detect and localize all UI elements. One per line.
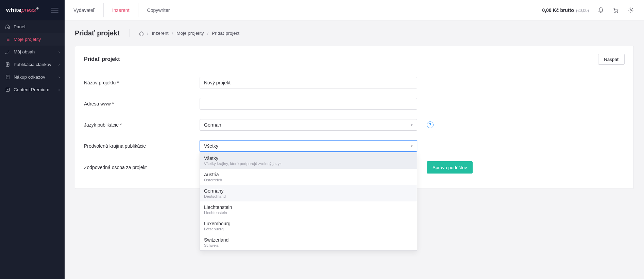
country-dropdown: Všetky Všetky krajiny, ktoré podporujú z… <box>200 152 417 251</box>
option-title: Austria <box>204 172 413 177</box>
label-owner: Zodpovedná osoba za projekt <box>84 165 200 170</box>
row-language: Jazyk publikácie * German ▾ ? <box>84 114 625 135</box>
info-icon[interactable]: ? <box>427 121 434 128</box>
main-area: Vydavateľ Inzerent Copywriter 0,00 Kč br… <box>65 0 644 279</box>
svg-point-15 <box>617 12 617 12</box>
option-title: Luxembourg <box>204 221 413 226</box>
breadcrumb-inzerent[interactable]: Inzerent <box>152 31 169 36</box>
sidebar-item-panel[interactable]: Panel <box>0 20 65 33</box>
tab-copywriter[interactable]: Copywriter <box>138 0 179 20</box>
field-country: Všetky ▾ Všetky Všetky krajiny, ktoré po… <box>200 140 417 152</box>
breadcrumb-home-icon[interactable] <box>139 31 144 36</box>
tab-vydavatel[interactable]: Vydavateľ <box>65 0 103 20</box>
breadcrumb-sep: / <box>207 31 208 36</box>
sidebar-item-publikacia-clankov[interactable]: Publikácia článkov › <box>0 58 65 71</box>
sidebar-item-label: Nákup odkazov <box>14 75 45 80</box>
sidebar-nav: Panel Moje projekty Môj obsah › Publikác… <box>0 20 65 96</box>
label-project-name: Názov projektu * <box>84 80 200 85</box>
input-project-name[interactable] <box>200 77 417 88</box>
option-title: Switzerland <box>204 237 413 243</box>
card-header: Pridať projekt Naspäť <box>75 46 633 72</box>
sidebar-item-label: Moje projekty <box>14 37 41 42</box>
page-title: Pridať projekt <box>75 29 130 37</box>
select-language[interactable]: German ▾ <box>200 119 417 131</box>
breadcrumb-moje-projekty[interactable]: Moje projekty <box>176 31 204 36</box>
chevron-down-icon: ▾ <box>411 123 413 127</box>
page-header: Pridať projekt / Inzerent / Moje projekt… <box>65 20 644 46</box>
chevron-right-icon: › <box>58 87 60 92</box>
bell-icon[interactable] <box>598 7 604 13</box>
gear-icon[interactable] <box>628 7 634 13</box>
chevron-down-icon: ▾ <box>411 144 413 148</box>
tab-inzerent[interactable]: Inzerent <box>103 0 138 20</box>
field-www <box>200 98 417 110</box>
back-button[interactable]: Naspäť <box>598 54 625 65</box>
owner-extra: Správa podúčtov <box>427 161 473 174</box>
chevron-right-icon: › <box>58 49 60 54</box>
row-project-name: Názov projektu * <box>84 72 625 93</box>
breadcrumb-sep: / <box>147 31 149 36</box>
option-title: Všetky <box>204 155 413 161</box>
label-language: Jazyk publikácie * <box>84 122 200 128</box>
sidebar: whitepress® Panel Moje projekty Môj obsa… <box>0 0 65 279</box>
brand-part2: press <box>21 7 36 13</box>
dropdown-option-switzerland[interactable]: Switzerland Schweiz <box>200 234 417 250</box>
edit-icon <box>5 49 10 55</box>
option-sub: Schweiz <box>204 243 413 247</box>
balance-sub: (€0,00) <box>576 8 589 13</box>
external-icon <box>5 87 10 93</box>
option-title: Germany <box>204 188 413 194</box>
brand-logo[interactable]: whitepress® <box>6 7 39 14</box>
breadcrumb-sep: / <box>172 31 173 36</box>
dropdown-option-luxembourg[interactable]: Luxembourg Lëtzebuerg <box>200 218 417 234</box>
sidebar-item-label: Content Premium <box>14 87 49 92</box>
row-country: Predvolená krajina publikácie Všetky ▾ V… <box>84 135 625 157</box>
sidebar-item-label: Publikácia článkov <box>14 62 51 67</box>
sidebar-header: whitepress® <box>0 0 65 20</box>
tab-label: Vydavateľ <box>73 7 95 13</box>
top-right: 0,00 Kč brutto (€0,00) <box>542 0 634 20</box>
sidebar-item-content-premium[interactable]: Content Premium › <box>0 83 65 96</box>
cart-icon[interactable] <box>613 7 619 13</box>
balance-display[interactable]: 0,00 Kč brutto (€0,00) <box>542 7 589 13</box>
sidebar-item-moj-obsah[interactable]: Môj obsah › <box>0 46 65 58</box>
menu-toggle-icon[interactable] <box>51 8 58 13</box>
dropdown-option-austria[interactable]: Austria Österreich <box>200 169 417 185</box>
list-icon <box>5 37 10 42</box>
option-sub: Deutschland <box>204 194 413 198</box>
form-card: Pridať projekt Naspäť Názov projektu * A… <box>75 46 634 189</box>
home-icon <box>5 24 10 30</box>
manage-subaccounts-button[interactable]: Správa podúčtov <box>427 161 473 174</box>
field-language: German ▾ <box>200 119 417 131</box>
top-nav: Vydavateľ Inzerent Copywriter 0,00 Kč br… <box>65 0 644 20</box>
sidebar-item-label: Môj obsah <box>14 49 35 54</box>
svg-point-14 <box>615 12 615 12</box>
input-www[interactable] <box>200 98 417 110</box>
sidebar-item-label: Panel <box>14 24 26 29</box>
option-title: Liechtenstein <box>204 204 413 210</box>
row-www: Adresa www * <box>84 93 625 114</box>
chevron-right-icon: › <box>58 75 60 80</box>
language-help: ? <box>427 121 434 128</box>
svg-point-16 <box>630 9 632 11</box>
card-body: Názov projektu * Adresa www * Jazyk publ… <box>75 72 633 188</box>
option-sub: Österreich <box>204 178 413 182</box>
document-icon <box>5 75 10 80</box>
sidebar-item-nakup-odkazov[interactable]: Nákup odkazov › <box>0 71 65 83</box>
dropdown-option-liechtenstein[interactable]: Liechtenstein Liechtenstein <box>200 201 417 218</box>
field-project-name <box>200 77 417 88</box>
label-www: Adresa www * <box>84 101 200 106</box>
option-sub: Liechtenstein <box>204 211 413 215</box>
sidebar-item-moje-projekty[interactable]: Moje projekty <box>0 33 65 46</box>
option-sub: Lëtzebuerg <box>204 227 413 231</box>
chevron-right-icon: › <box>58 62 60 67</box>
dropdown-option-vsetky[interactable]: Všetky Všetky krajiny, ktoré podporujú z… <box>200 152 417 169</box>
tab-label: Inzerent <box>112 7 130 13</box>
select-language-value: German <box>204 122 221 128</box>
label-country: Predvolená krajina publikácie <box>84 143 200 149</box>
option-sub: Všetky krajiny, ktoré podporujú zvolený … <box>204 162 413 166</box>
select-country[interactable]: Všetky ▾ <box>200 140 417 152</box>
dropdown-option-germany[interactable]: Germany Deutschland <box>200 185 417 201</box>
breadcrumb-current: Pridať projekt <box>212 31 239 36</box>
document-icon <box>5 62 10 67</box>
